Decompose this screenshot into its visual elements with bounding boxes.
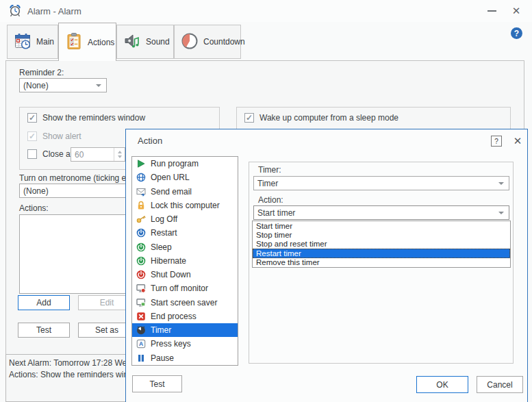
- globe-icon: [136, 173, 146, 182]
- action-item-run-program[interactable]: Run program: [132, 157, 238, 171]
- dialog-close-button[interactable]: ✕: [509, 133, 526, 149]
- checkbox-unchecked-icon[interactable]: [27, 149, 37, 159]
- action-item-end-process[interactable]: End process: [132, 310, 238, 323]
- action-item-start-screen-saver[interactable]: Start screen saver: [132, 296, 238, 310]
- dropdown-option-stop-timer[interactable]: Stop timer: [253, 230, 510, 239]
- action-item-label: Open URL: [151, 173, 190, 182]
- actions-label: Actions:: [19, 203, 49, 213]
- test-button-dialog[interactable]: Test: [132, 375, 182, 392]
- test-button-main[interactable]: Test: [18, 323, 70, 338]
- lock-icon: [136, 201, 146, 210]
- reminder-label: Reminder 2:: [19, 68, 64, 77]
- monitor-off-icon: [136, 284, 146, 293]
- actions-listbox[interactable]: [19, 214, 137, 294]
- dropdown-option-restart-timer[interactable]: Restart timer: [253, 249, 510, 257]
- action-item-turn-off-monitor[interactable]: Turn off monitor: [132, 281, 238, 295]
- dropdown-option-remove-this-timer[interactable]: Remove this timer: [253, 258, 510, 267]
- action-item-label: Run program: [151, 159, 199, 168]
- close-after-spinner[interactable]: 60: [71, 147, 125, 162]
- dropdown-option-start-timer[interactable]: Start timer: [253, 221, 510, 230]
- metronome-combobox[interactable]: (None): [19, 184, 137, 198]
- add-button[interactable]: Add: [18, 295, 70, 310]
- action-item-label: Sleep: [151, 242, 172, 252]
- pause-icon: [136, 353, 146, 363]
- tab-sound-label: Sound: [146, 37, 170, 47]
- action-item-label: Shut Down: [151, 270, 191, 279]
- tab-actions[interactable]: Actions: [58, 23, 116, 61]
- spin-down-icon[interactable]: [118, 155, 122, 158]
- dialog-title: Action: [138, 136, 162, 146]
- action-item-label: Lock this computer: [151, 201, 220, 210]
- action-item-press-keys[interactable]: APress keys: [132, 337, 238, 351]
- action-item-shut-down[interactable]: Shut Down: [132, 268, 238, 281]
- power-blue-icon: [136, 228, 146, 238]
- help-button[interactable]: ?: [511, 27, 522, 39]
- tab-actions-label: Actions: [88, 38, 114, 47]
- timer-combobox[interactable]: Timer: [253, 176, 509, 190]
- checkbox-checked-icon[interactable]: [244, 113, 254, 123]
- action-item-restart[interactable]: Restart: [132, 226, 238, 240]
- show-alert-label: Show alert: [42, 131, 81, 141]
- tab-countdown-label: Countdown: [203, 37, 245, 47]
- alarm-clock-icon: [8, 3, 22, 19]
- tab-main[interactable]: Main: [7, 25, 58, 59]
- show-reminders-label: Show the reminders window: [42, 113, 145, 123]
- action-item-label: Pause: [151, 353, 174, 363]
- action-item-label: Timer: [151, 325, 171, 335]
- action-item-label: Press keys: [151, 339, 191, 349]
- cancel-button[interactable]: Cancel: [477, 376, 523, 393]
- action-item-log-off[interactable]: Log Off: [132, 212, 238, 226]
- timer-icon: [136, 325, 146, 335]
- action-item-label: Send email: [151, 187, 192, 197]
- action-item-open-url[interactable]: Open URL: [132, 171, 238, 184]
- calendar-clock-icon: [14, 32, 31, 52]
- chevron-down-icon: [96, 84, 101, 87]
- power-green-icon: [136, 256, 146, 266]
- spin-up-icon[interactable]: [118, 151, 122, 153]
- tab-sound[interactable]: Sound: [116, 25, 174, 59]
- wake-checkbox-row[interactable]: Wake up computer from a sleep mode: [244, 113, 398, 123]
- tab-countdown[interactable]: Countdown: [174, 25, 241, 59]
- show-alert-checkbox-row[interactable]: Show alert: [27, 131, 81, 141]
- svg-text:A: A: [139, 340, 143, 347]
- spinner-buttons[interactable]: [114, 148, 125, 161]
- action-item-label: End process: [151, 312, 197, 321]
- wake-label: Wake up computer from a sleep mode: [259, 113, 398, 123]
- minimize-button[interactable]: [482, 3, 501, 19]
- chevron-down-icon: [498, 212, 504, 214]
- action-item-label: Log Off: [151, 214, 177, 224]
- close-button[interactable]: ✕: [507, 3, 526, 19]
- action-item-pause[interactable]: Pause: [132, 351, 238, 365]
- show-reminders-checkbox-row[interactable]: Show the reminders window: [27, 113, 145, 123]
- ok-button[interactable]: OK: [416, 376, 468, 393]
- action-item-sleep[interactable]: Sleep: [132, 240, 238, 254]
- reminder-combobox[interactable]: (None): [19, 78, 107, 92]
- action-dialog: Action ? ✕ Run programOpen URLSend email…: [125, 129, 528, 402]
- clipboard-checklist-icon: [65, 32, 83, 52]
- power-red-icon: [136, 270, 146, 279]
- action-combobox[interactable]: Start timer: [253, 205, 509, 220]
- minimize-icon: [487, 10, 496, 12]
- dropdown-option-stop-and-reset-timer[interactable]: Stop and reset timer: [253, 240, 510, 249]
- email-icon: [136, 187, 146, 197]
- metronome-value: (None): [23, 186, 136, 196]
- action-item-hibernate[interactable]: Hibernate: [132, 254, 238, 268]
- action-item-lock-this-computer[interactable]: Lock this computer: [132, 199, 238, 212]
- action-item-timer[interactable]: Timer: [132, 323, 238, 337]
- checkbox-checked-icon[interactable]: [27, 113, 37, 123]
- dialog-help-button[interactable]: ?: [491, 136, 502, 147]
- monitor-saver-icon: [136, 298, 146, 307]
- window-title: Alarm - Alarm: [27, 6, 81, 16]
- titlebar: Alarm - Alarm ✕: [0, 0, 532, 22]
- action-item-send-email[interactable]: Send email: [132, 185, 238, 199]
- action-type-list[interactable]: Run programOpen URLSend emailLock this c…: [131, 156, 238, 366]
- chevron-down-icon: [498, 182, 504, 185]
- checkbox-checked-disabled-icon[interactable]: [27, 131, 37, 141]
- end-process-icon: [136, 312, 146, 321]
- action-dropdown-list[interactable]: Start timerStop timerStop and reset time…: [252, 221, 511, 268]
- action-item-label: Turn off monitor: [151, 284, 208, 293]
- run-icon: [136, 159, 146, 168]
- speaker-note-icon: [123, 32, 141, 52]
- tab-main-label: Main: [36, 37, 54, 47]
- timer-field-label: Timer:: [258, 165, 281, 175]
